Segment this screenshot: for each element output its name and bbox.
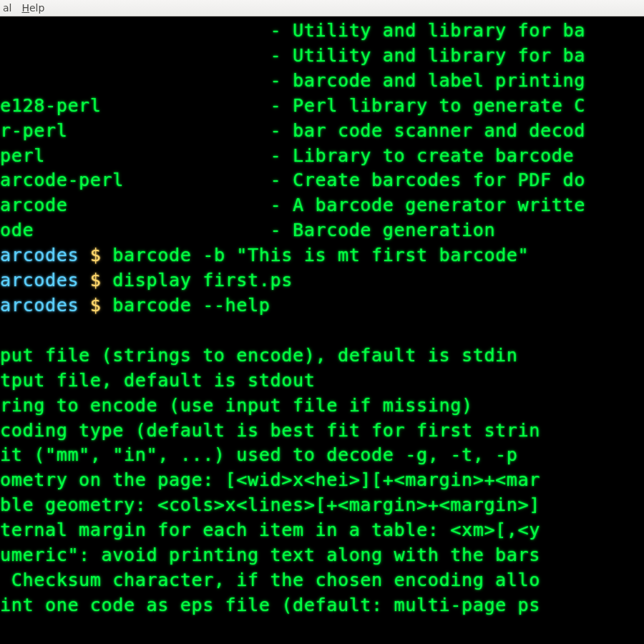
terminal-line: arcodes $ barcode -b "This is mt first b…: [0, 243, 644, 268]
terminal-line: arcode - A barcode generator writte: [0, 193, 644, 218]
terminal-line: ble geometry: <cols>x<lines>[+<margin>+<…: [0, 493, 644, 518]
terminal-line: tput file, default is stdout: [0, 369, 644, 394]
terminal-line: arcodes $ display first.ps: [0, 268, 644, 293]
menu-terminal[interactable]: al: [3, 2, 11, 14]
menubar: al Help: [0, 0, 644, 16]
terminal-line: Checksum character, if the chosen encodi…: [0, 568, 644, 593]
terminal-line: arcodes $ barcode --help: [0, 293, 644, 318]
terminal-line: [0, 318, 644, 343]
terminal-line: perl - Library to create barcode: [0, 144, 644, 169]
terminal-line: - barcode and label printing: [0, 69, 644, 94]
terminal-line: ode - Barcode generation: [0, 218, 644, 243]
terminal-line: ternal margin for each item in a table: …: [0, 518, 644, 543]
menu-help[interactable]: Help: [21, 2, 44, 14]
terminal-line: arcode-perl - Create barcodes for PDF do: [0, 168, 644, 193]
terminal-output[interactable]: - Utility and library for ba - Utility a…: [0, 16, 644, 644]
terminal-line: r-perl - bar code scanner and decod: [0, 119, 644, 144]
terminal-line: - Utility and library for ba: [0, 19, 644, 44]
terminal-line: put file (strings to encode), default is…: [0, 343, 644, 369]
terminal-line: e128-perl - Perl library to generate C: [0, 94, 644, 119]
terminal-line: it ("mm", "in", ...) used to decode -g, …: [0, 443, 644, 468]
terminal-line: umeric": avoid printing text along with …: [0, 543, 644, 568]
terminal-line: int one code as eps file (default: multi…: [0, 593, 644, 618]
terminal-line: coding type (default is best fit for fir…: [0, 419, 644, 444]
terminal-line: ometry on the page: [<wid>x<hei>][+<marg…: [0, 468, 644, 493]
terminal-line: ring to encode (use input file if missin…: [0, 394, 644, 419]
terminal-line: - Utility and library for ba: [0, 44, 644, 69]
